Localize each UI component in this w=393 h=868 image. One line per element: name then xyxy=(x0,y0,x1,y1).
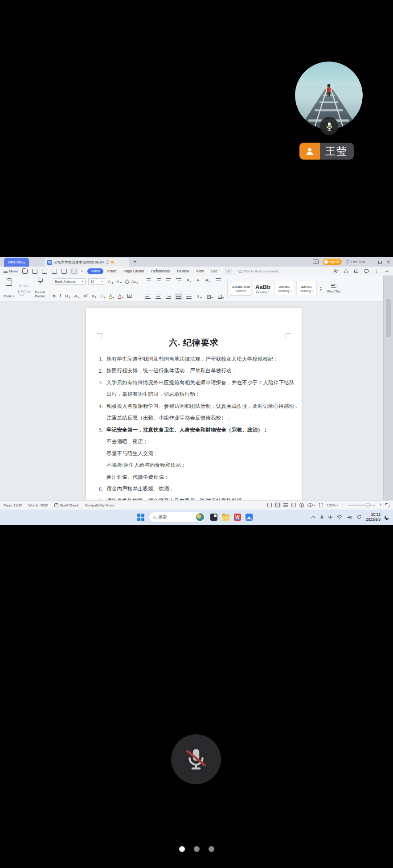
section-dropdown[interactable] xyxy=(225,269,232,274)
style-heading-2[interactable]: AaBbCHeading 2 xyxy=(274,281,295,296)
document-page[interactable]: 六. 纪律要求 1.所有学生应遵守我国及韩国当地法律法规，严守我校及又松大学校规… xyxy=(86,308,302,500)
bullet-list-button[interactable] xyxy=(145,278,151,282)
cut-button[interactable]: Cut xyxy=(18,284,31,288)
taskbar-search[interactable]: 搜索 xyxy=(149,512,206,522)
ime-language-indicator[interactable]: 中 xyxy=(328,514,333,520)
speaker-icon[interactable] xyxy=(347,515,352,520)
decrease-indent-button[interactable] xyxy=(166,278,171,282)
font-color-button[interactable]: A xyxy=(118,293,123,299)
italic-button[interactable]: I xyxy=(60,294,61,298)
zoom-out-button[interactable]: − xyxy=(342,503,344,507)
ribbon-tab-sec[interactable]: Sec xyxy=(208,268,221,274)
zoom-in-button[interactable]: + xyxy=(379,503,382,507)
paragraph-direction-button[interactable]: ⇄ xyxy=(205,278,211,282)
zoom-level-select[interactable]: 100% xyxy=(327,503,338,507)
hand-tool-icon-active[interactable] xyxy=(71,269,77,274)
task-window-icon[interactable] xyxy=(267,503,272,507)
clock[interactable]: 20:32 2023/9/5 xyxy=(366,512,381,522)
focus-assist-moon-icon[interactable] xyxy=(384,514,390,520)
command-search[interactable]: Click to find commands xyxy=(238,269,279,273)
open-file-icon[interactable] xyxy=(22,269,28,274)
document-tab[interactable]: W 又松大学交流生手册2023.09.04 xyxy=(45,258,129,267)
justify-button-active[interactable] xyxy=(175,293,183,300)
strikethrough-button[interactable]: A xyxy=(74,293,79,298)
quickbar-dropdown-icon[interactable] xyxy=(81,271,83,272)
grow-font-button[interactable]: A▲ xyxy=(108,279,114,284)
ribbon-tab-insert[interactable]: Insert xyxy=(104,268,119,274)
ribbon-tab-references[interactable]: References xyxy=(148,268,173,274)
print-icon[interactable] xyxy=(52,269,57,274)
paste-button[interactable]: Paste xyxy=(3,278,15,299)
outline-view-icon[interactable] xyxy=(283,503,288,507)
change-case-button[interactable]: Aa xyxy=(131,279,139,284)
spell-check-toggle[interactable]: ✓ Spell Check xyxy=(54,503,79,507)
main-menu-button[interactable]: Menu xyxy=(4,269,18,273)
borders-button[interactable] xyxy=(218,295,224,299)
style-heading-3[interactable]: AaBbCHeading 3 xyxy=(296,281,317,296)
wps-home-tab[interactable]: WPS Office xyxy=(4,258,29,267)
save-icon[interactable] xyxy=(32,269,37,274)
web-layout-view-icon[interactable] xyxy=(299,503,304,507)
print-preview-icon[interactable] xyxy=(61,269,67,274)
style-normal[interactable]: AaBbCcDdNormal xyxy=(231,281,251,296)
window-count-badge[interactable]: 1 xyxy=(313,259,319,264)
increase-indent-button[interactable] xyxy=(176,278,181,282)
ribbon-tab-home[interactable]: Home xyxy=(87,268,103,274)
word-typesetting-button[interactable]: Word Typ xyxy=(325,278,343,299)
share-user-icon[interactable] xyxy=(333,269,338,274)
superscript-button[interactable]: X² xyxy=(83,293,88,298)
wifi-icon[interactable] xyxy=(337,515,343,520)
restore-button[interactable] xyxy=(377,259,382,264)
line-spacing-button[interactable]: ⇕ xyxy=(196,295,202,299)
subscript-button[interactable]: X₂ xyxy=(92,293,96,298)
page-dot-active[interactable] xyxy=(179,846,185,852)
zoom-slider-knob[interactable] xyxy=(366,503,370,507)
fit-page-icon[interactable] xyxy=(319,503,323,507)
ribbon-tab-view[interactable]: View xyxy=(193,268,207,274)
align-right-button[interactable] xyxy=(166,295,171,299)
two-page-view-icon[interactable] xyxy=(291,503,296,507)
clear-format-eraser-icon[interactable] xyxy=(125,280,129,284)
align-left-button[interactable] xyxy=(145,295,151,299)
sign-in-button[interactable]: Sign in xyxy=(323,259,342,265)
shading-button[interactable] xyxy=(207,295,213,299)
start-button[interactable] xyxy=(137,514,144,521)
style-heading-1[interactable]: AaBbHeading 1 xyxy=(253,281,273,296)
bold-button[interactable]: B xyxy=(53,293,56,298)
minimize-button[interactable] xyxy=(369,259,373,264)
ribbon-tab-page-layout[interactable]: Page Layout xyxy=(120,268,147,274)
show-marks-button[interactable] xyxy=(216,278,221,282)
tray-overflow-chevron[interactable] xyxy=(311,515,315,520)
sync-tray-icon[interactable] xyxy=(356,514,362,520)
share-export-icon[interactable] xyxy=(344,269,348,274)
font-size-select[interactable]: 12 xyxy=(88,278,105,285)
free-trial-button[interactable]: Free Trial xyxy=(346,260,365,264)
underline-button[interactable]: U xyxy=(65,293,70,298)
align-center-button[interactable] xyxy=(156,295,161,299)
highlight-color-button[interactable]: A xyxy=(100,293,105,298)
close-button[interactable] xyxy=(386,259,390,264)
task-view-button[interactable] xyxy=(210,514,217,521)
word-count[interactable]: Words: 9580 xyxy=(28,503,48,507)
file-explorer-button[interactable] xyxy=(222,514,229,521)
distribute-button[interactable] xyxy=(186,295,192,299)
scrollbar-thumb[interactable] xyxy=(386,299,391,337)
more-options-icon[interactable] xyxy=(374,269,379,274)
sort-button[interactable]: A↓ xyxy=(196,278,201,282)
new-tab-button[interactable]: + xyxy=(132,259,138,265)
numbered-list-button[interactable] xyxy=(156,278,161,282)
export-icon[interactable] xyxy=(42,269,47,274)
shrink-font-button[interactable]: A▼ xyxy=(116,279,122,284)
eye-protection-button[interactable] xyxy=(307,503,315,507)
collapse-ribbon-icon[interactable] xyxy=(385,269,389,274)
presenter-name-badge[interactable]: 王莹 xyxy=(299,143,354,160)
character-border-button[interactable]: A xyxy=(127,294,132,298)
page-dot[interactable] xyxy=(209,846,214,852)
font-name-select[interactable]: Book Antiqua xyxy=(53,278,86,285)
zoom-slider[interactable] xyxy=(348,505,376,506)
document-canvas[interactable]: 六. 纪律要求 1.所有学生应遵守我国及韩国当地法律法规，严守我校及又松大学校规… xyxy=(0,301,383,500)
right-panel-strip[interactable] xyxy=(383,276,393,500)
page-dot[interactable] xyxy=(194,846,200,852)
ribbon-tab-review[interactable]: Review xyxy=(174,268,192,274)
ink-color-button[interactable]: A xyxy=(109,293,114,299)
